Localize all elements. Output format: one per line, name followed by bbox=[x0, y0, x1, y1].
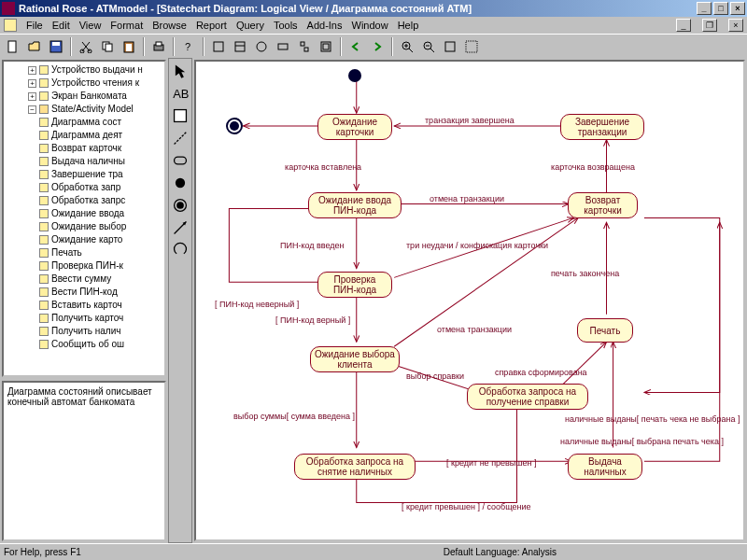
label-credit-ok: [ кредит не превышен ] bbox=[446, 458, 536, 468]
status-help: For Help, press F1 bbox=[4, 547, 81, 557]
zoom-out-button[interactable] bbox=[419, 37, 438, 56]
diagram-toolbox: ABC bbox=[168, 58, 192, 543]
save-button[interactable] bbox=[47, 37, 65, 56]
label-pin-entered: ПИН-код введен bbox=[280, 241, 345, 250]
svg-line-26 bbox=[430, 49, 434, 52]
menu-view[interactable]: View bbox=[79, 20, 102, 31]
diagram-button-4[interactable] bbox=[274, 37, 292, 56]
svg-rect-28 bbox=[445, 42, 455, 51]
open-button[interactable] bbox=[25, 37, 44, 56]
svg-rect-20 bbox=[323, 44, 329, 49]
label-pin-wrong: [ ПИН-код неверный ] bbox=[215, 300, 299, 309]
menu-file[interactable]: File bbox=[26, 20, 43, 31]
menu-query[interactable]: Query bbox=[236, 20, 264, 31]
label-inquiry-done: справка сформирована bbox=[495, 368, 587, 377]
menu-addins[interactable]: Add-Ins bbox=[307, 20, 343, 31]
state-print[interactable]: Печать bbox=[577, 318, 633, 343]
state-finish-transaction[interactable]: Завершение транзакции bbox=[560, 114, 644, 140]
menu-edit[interactable]: Edit bbox=[52, 20, 70, 31]
state-check-pin[interactable]: Проверка ПИН-кода bbox=[317, 272, 392, 298]
menu-format[interactable]: Format bbox=[110, 20, 143, 31]
label-choose-sum: выбор суммы[ сумма введена ] bbox=[233, 412, 355, 421]
menu-browse[interactable]: Browse bbox=[152, 20, 187, 31]
label-transaction-done: транзакция завершена bbox=[425, 116, 514, 125]
app-icon bbox=[2, 2, 15, 15]
close-button[interactable]: × bbox=[730, 2, 745, 15]
final-state[interactable] bbox=[226, 118, 243, 134]
label-cancel-2: отмена транзакции bbox=[437, 325, 512, 334]
mdi-minimize-button[interactable]: _ bbox=[676, 19, 691, 32]
nav-fwd-button[interactable] bbox=[368, 37, 387, 56]
initial-state[interactable] bbox=[348, 69, 361, 82]
menu-help[interactable]: Help bbox=[398, 20, 419, 31]
self-transition-tool-icon[interactable] bbox=[172, 242, 189, 259]
mdi-restore-button[interactable]: ❐ bbox=[702, 19, 717, 32]
svg-line-32 bbox=[175, 133, 187, 145]
svg-rect-6 bbox=[106, 44, 112, 51]
label-pin-ok: [ ПИН-код верный ] bbox=[275, 315, 350, 325]
description-panel[interactable]: Диаграмма состояний описывает конечный а… bbox=[2, 381, 166, 541]
svg-rect-17 bbox=[301, 42, 304, 46]
svg-rect-8 bbox=[126, 44, 132, 51]
diagram-button-6[interactable] bbox=[317, 37, 335, 56]
svg-rect-18 bbox=[304, 48, 308, 51]
diagram-button-2[interactable] bbox=[231, 37, 249, 56]
menu-report[interactable]: Report bbox=[196, 20, 227, 31]
status-language: Default Language: Analysis bbox=[444, 547, 557, 557]
svg-rect-31 bbox=[175, 110, 187, 122]
menu-bar: File Edit View Format Browse Report Quer… bbox=[0, 17, 747, 34]
zoom-sel-button[interactable] bbox=[462, 37, 481, 56]
new-button[interactable] bbox=[4, 37, 22, 56]
workspace: +Устройство выдачи н +Устройство чтения … bbox=[0, 58, 747, 543]
svg-text:?: ? bbox=[185, 41, 190, 52]
label-cash-print: наличные выданы[ выбрана печать чека ] bbox=[560, 437, 724, 446]
state-wait-pin[interactable]: Ожидание ввода ПИН-кода bbox=[308, 192, 402, 218]
copy-button[interactable] bbox=[98, 37, 117, 56]
text-tool-icon[interactable]: ABC bbox=[172, 85, 189, 102]
title-bar: Rational Rose - ATMmodel - [Statechart D… bbox=[0, 0, 747, 17]
state-tool-icon[interactable] bbox=[172, 152, 189, 169]
maximize-button[interactable]: □ bbox=[713, 2, 728, 15]
cut-button[interactable] bbox=[77, 37, 95, 56]
menu-tools[interactable]: Tools bbox=[274, 20, 298, 31]
state-process-withdraw[interactable]: Обработка запроса на снятие наличных bbox=[294, 454, 416, 480]
description-text: Диаграмма состояний описывает конечный а… bbox=[7, 386, 152, 407]
mdi-close-button[interactable]: × bbox=[728, 19, 743, 32]
svg-line-22 bbox=[409, 49, 413, 52]
diagram-button-5[interactable] bbox=[295, 37, 314, 56]
svg-rect-12 bbox=[214, 42, 223, 51]
state-wait-card[interactable]: Ожидание карточки bbox=[317, 114, 392, 140]
menu-window[interactable]: Window bbox=[352, 20, 388, 31]
svg-rect-33 bbox=[175, 157, 187, 164]
diagram-button-3[interactable] bbox=[252, 37, 271, 56]
label-choose-inquiry: выбор справки bbox=[406, 371, 464, 381]
pointer-tool-icon[interactable] bbox=[172, 63, 189, 79]
diagram-canvas[interactable]: Ожидание карточки Завершение транзакции … bbox=[194, 60, 745, 541]
label-credit-exceeded: [ кредит превышен ] / сообщение bbox=[402, 502, 531, 511]
label-cancel-1: отмена транзакции bbox=[430, 194, 504, 203]
svg-text:ABC: ABC bbox=[173, 87, 189, 101]
anchor-tool-icon[interactable] bbox=[172, 130, 189, 147]
label-card-inserted: карточка вставлена bbox=[285, 162, 361, 172]
start-tool-icon[interactable] bbox=[172, 175, 189, 191]
state-return-card[interactable]: Возврат карточки bbox=[568, 192, 638, 218]
paste-button[interactable] bbox=[120, 37, 138, 56]
help-button[interactable]: ? bbox=[179, 37, 198, 56]
end-tool-icon[interactable] bbox=[172, 197, 189, 214]
status-bar: For Help, press F1 Default Language: Ana… bbox=[0, 543, 747, 560]
state-wait-choice[interactable]: Ожидание выбора клиента bbox=[310, 346, 400, 372]
diagram-button-1[interactable] bbox=[209, 37, 228, 56]
label-cash-no-print: наличные выданы[ печать чека не выбрана … bbox=[565, 414, 740, 424]
svg-rect-0 bbox=[8, 41, 16, 52]
nav-back-button[interactable] bbox=[346, 37, 365, 56]
note-tool-icon[interactable] bbox=[172, 107, 189, 124]
zoom-in-button[interactable] bbox=[398, 37, 416, 56]
state-dispense-cash[interactable]: Выдача наличных bbox=[568, 454, 642, 480]
print-button[interactable] bbox=[149, 37, 168, 56]
zoom-fit-button[interactable] bbox=[441, 37, 459, 56]
state-process-inquiry[interactable]: Обработка запроса на получение справки bbox=[467, 384, 588, 410]
minimize-button[interactable]: _ bbox=[697, 2, 712, 15]
svg-point-15 bbox=[257, 42, 266, 51]
transition-tool-icon[interactable] bbox=[172, 219, 189, 236]
model-browser-tree[interactable]: +Устройство выдачи н +Устройство чтения … bbox=[2, 60, 166, 377]
